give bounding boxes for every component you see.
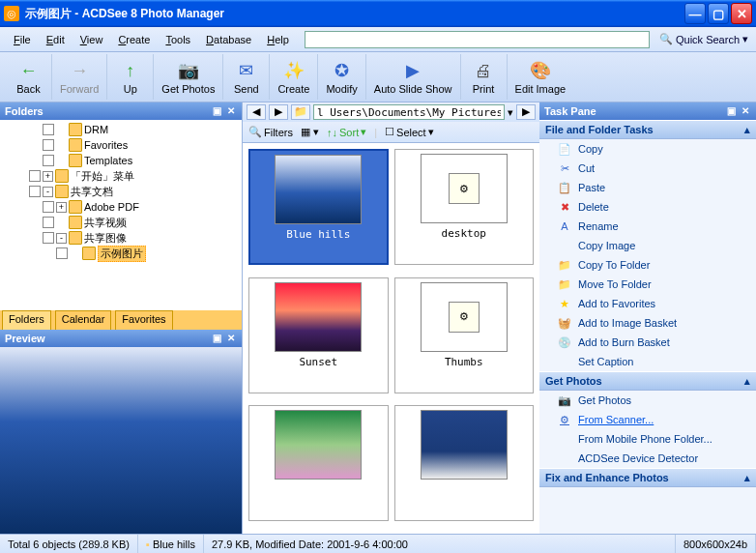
expand-icon[interactable]: + xyxy=(43,171,53,182)
tree-checkbox[interactable] xyxy=(43,232,54,244)
print-button[interactable]: 🖨Print xyxy=(461,54,508,100)
close-pane-button[interactable]: ✕ xyxy=(225,333,237,344)
send-button[interactable]: ✉Send xyxy=(223,54,270,100)
status-dimensions: 800x600x24b xyxy=(676,535,756,553)
pin-icon[interactable]: ▣ xyxy=(211,333,222,344)
thumbnail[interactable] xyxy=(394,405,535,521)
get-photos-button[interactable]: 📷Get Photos xyxy=(154,54,223,100)
create-button[interactable]: ✨Create xyxy=(270,54,318,100)
edit-image-button[interactable]: 🎨Edit Image xyxy=(508,54,574,100)
tree-node[interactable]: +Adobe PDF xyxy=(2,199,240,215)
thumb-name: Thumbs xyxy=(445,356,483,368)
task-copy-image[interactable]: Copy Image xyxy=(539,236,756,255)
menu-file[interactable]: File xyxy=(8,32,37,47)
task-paste[interactable]: 📋Paste xyxy=(539,178,756,197)
maximize-button[interactable]: ▢ xyxy=(708,3,729,24)
path-input[interactable] xyxy=(313,104,505,120)
path-fwd-button[interactable]: ▶ xyxy=(269,104,288,120)
tree-node[interactable]: +「开始」菜单 xyxy=(2,168,240,184)
task-copy-to-folder[interactable]: 📁Copy To Folder xyxy=(539,255,756,275)
thumb-name: desktop xyxy=(442,227,486,240)
section-header[interactable]: Fix and Enhance Photos▴ xyxy=(539,468,756,487)
task-add-to-favorites[interactable]: ★Add to Favorites xyxy=(539,294,756,313)
dropdown-icon[interactable]: ▾ xyxy=(508,106,513,119)
back-button[interactable]: ←Back xyxy=(6,54,52,100)
go-button[interactable]: ▶ xyxy=(516,104,536,120)
minimize-button[interactable]: — xyxy=(684,3,706,24)
pin-icon[interactable]: ▣ xyxy=(725,105,737,117)
close-button[interactable]: ✕ xyxy=(731,3,752,24)
sort-button[interactable]: ↑↓ Sort ▾ xyxy=(327,126,366,138)
tree-node[interactable]: -共享图像 xyxy=(2,230,240,246)
thumb-name: Blue hills xyxy=(286,228,350,241)
tree-checkbox[interactable] xyxy=(43,155,54,166)
tree-node[interactable]: Templates xyxy=(2,153,240,168)
thumbnail[interactable] xyxy=(248,405,389,521)
up-button[interactable]: ↑Up xyxy=(107,54,154,100)
tree-node[interactable]: 示例图片 xyxy=(2,246,240,261)
tree-checkbox[interactable] xyxy=(43,217,54,228)
close-pane-button[interactable]: ✕ xyxy=(740,105,751,117)
folder-icon xyxy=(69,231,82,245)
task-set-caption[interactable]: Set Caption xyxy=(539,352,756,371)
tree-node[interactable]: Favorites xyxy=(2,137,240,153)
tree-node[interactable]: DRM xyxy=(2,122,240,137)
thumbnail[interactable]: Blue hills xyxy=(248,149,389,265)
menu-database[interactable]: Database xyxy=(200,32,257,47)
task-get-photos[interactable]: 📷Get Photos xyxy=(539,391,756,410)
task-delete[interactable]: ✖Delete xyxy=(539,197,756,217)
menu-create[interactable]: Create xyxy=(112,32,156,47)
expand-icon[interactable]: + xyxy=(56,202,67,213)
tab-folders[interactable]: Folders xyxy=(2,310,51,330)
task-from-mobile-phone-folder-[interactable]: From Mobile Phone Folder... xyxy=(539,429,756,449)
folder-icon xyxy=(55,185,69,198)
quicksearch-label[interactable]: 🔍 Quick Search ▾ xyxy=(659,33,748,45)
thumb-image xyxy=(421,410,508,480)
tree-checkbox[interactable] xyxy=(43,124,54,135)
tree-node[interactable]: 共享视频 xyxy=(2,215,240,230)
tree-checkbox[interactable] xyxy=(29,186,41,197)
pin-icon[interactable]: ▣ xyxy=(211,105,222,117)
tab-calendar[interactable]: Calendar xyxy=(55,310,112,330)
task-acdsee-device-detector[interactable]: ACDSee Device Detector xyxy=(539,449,756,468)
menu-help[interactable]: Help xyxy=(261,32,295,47)
select-button[interactable]: ☐ Select ▾ xyxy=(385,126,434,138)
menu-tools[interactable]: Tools xyxy=(160,32,196,47)
section-header[interactable]: File and Folder Tasks▴ xyxy=(539,120,756,139)
close-pane-button[interactable]: ✕ xyxy=(225,105,237,117)
up-icon: ↑ xyxy=(119,59,142,82)
menu-view[interactable]: View xyxy=(74,32,109,47)
modify-button[interactable]: ✪Modify xyxy=(318,54,365,100)
folder-icon[interactable]: 📁 xyxy=(291,104,310,120)
task-copy[interactable]: 📄Copy xyxy=(539,139,756,159)
auto-slide-show-icon: ▶ xyxy=(401,59,424,82)
search-icon: 🔍 xyxy=(659,33,673,45)
tab-favorites[interactable]: Favorites xyxy=(115,310,172,330)
task-cut[interactable]: ✂Cut xyxy=(539,159,756,178)
filters-button[interactable]: 🔍 Filters xyxy=(248,126,293,138)
task-from-scanner-[interactable]: ⚙From Scanner... xyxy=(539,410,756,429)
tree-checkbox[interactable] xyxy=(29,170,41,182)
expand-icon[interactable]: - xyxy=(43,187,53,197)
view-mode-button[interactable]: ▦ ▾ xyxy=(301,126,319,138)
thumbnail[interactable]: Sunset xyxy=(248,277,389,393)
section-header[interactable]: Get Photos▴ xyxy=(539,371,756,391)
expand-icon[interactable]: - xyxy=(56,233,67,244)
tree-checkbox[interactable] xyxy=(56,247,68,259)
thumbnail[interactable]: ⚙desktop xyxy=(394,149,535,265)
auto-slide-show-button[interactable]: ▶Auto Slide Show xyxy=(366,54,461,100)
menu-edit[interactable]: Edit xyxy=(41,32,71,47)
tree-checkbox[interactable] xyxy=(43,139,54,151)
thumbnail[interactable]: ⚙Thumbs xyxy=(394,277,535,393)
task-add-to-image-basket[interactable]: 🧺Add to Image Basket xyxy=(539,313,756,333)
path-back-button[interactable]: ◀ xyxy=(247,104,266,120)
task-icon: ★ xyxy=(557,296,572,311)
folder-tree[interactable]: DRMFavoritesTemplates+「开始」菜单-共享文档+Adobe … xyxy=(0,120,242,310)
task-icon xyxy=(557,238,572,253)
quicksearch-input[interactable] xyxy=(305,31,650,48)
tree-checkbox[interactable] xyxy=(43,201,54,213)
task-add-to-burn-basket[interactable]: 💿Add to Burn Basket xyxy=(539,333,756,352)
task-rename[interactable]: ARename xyxy=(539,217,756,236)
tree-node[interactable]: -共享文档 xyxy=(2,184,240,199)
task-move-to-folder[interactable]: 📁Move To Folder xyxy=(539,275,756,294)
